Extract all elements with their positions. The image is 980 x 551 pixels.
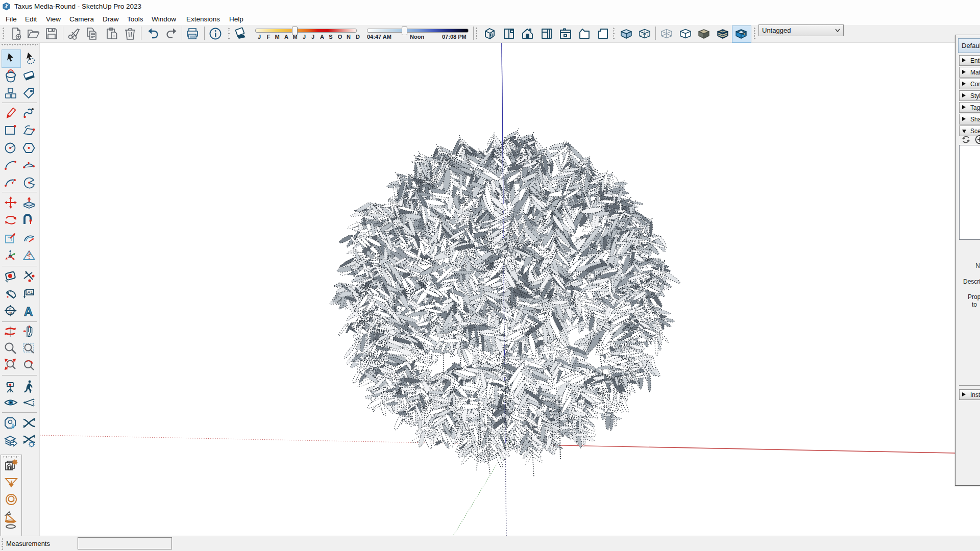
svg-text:A: A — [24, 305, 33, 318]
svg-text:5: 5 — [25, 271, 27, 274]
svg-text:A1: A1 — [28, 290, 33, 295]
svg-text:C: C — [9, 308, 12, 311]
svg-text:AB: AB — [8, 311, 12, 314]
